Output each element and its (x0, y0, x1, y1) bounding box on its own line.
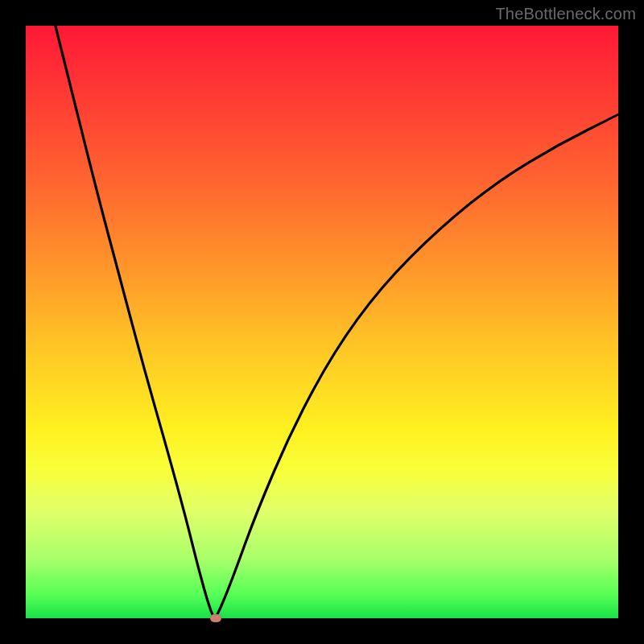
chart-frame: TheBottleneck.com (0, 0, 644, 644)
plot-area (26, 26, 618, 618)
bottleneck-curve-path (56, 26, 618, 617)
watermark-text: TheBottleneck.com (495, 5, 636, 23)
minimum-marker (210, 614, 221, 622)
curve-svg (26, 26, 618, 618)
